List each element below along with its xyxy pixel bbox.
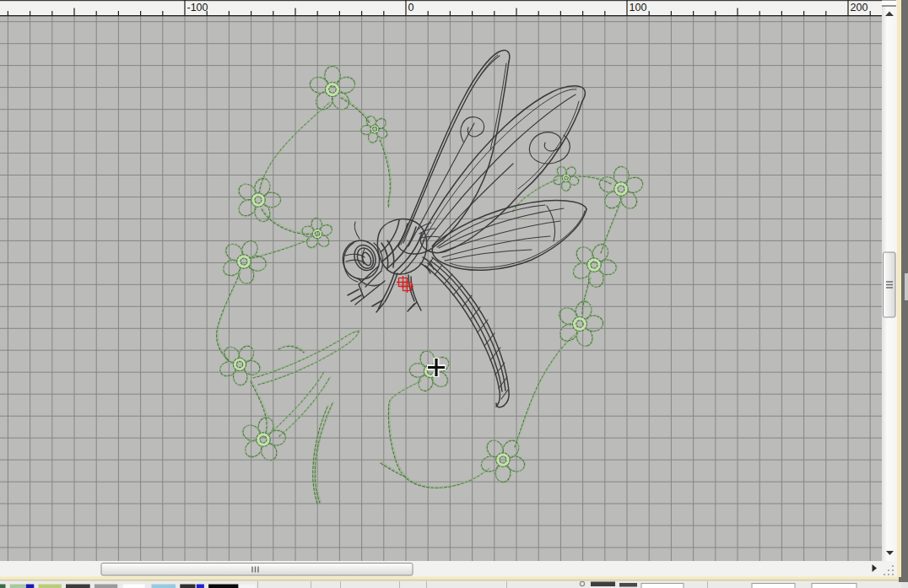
svg-text:-100: -100 xyxy=(187,2,208,13)
svg-text:100: 100 xyxy=(630,2,647,13)
svg-text:0: 0 xyxy=(408,2,414,13)
svg-text:200: 200 xyxy=(851,2,868,13)
